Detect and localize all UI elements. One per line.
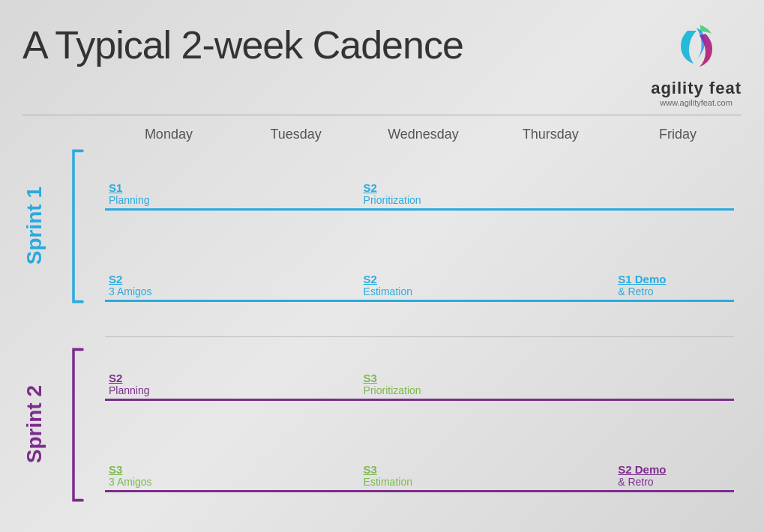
- day-tuesday: Tuesday: [232, 127, 360, 142]
- calendar: Monday Tuesday Wednesday Thursday Friday…: [97, 127, 742, 524]
- sprint2-bar2: [105, 490, 734, 492]
- sprint-labels-col: Sprint 1 Sprint 2: [22, 127, 90, 524]
- event-s2-demo: S2 Demo & Retro: [614, 463, 742, 488]
- event-s1-demo: S1 Demo & Retro: [614, 273, 742, 297]
- logo-url: www.agilityfeat.com: [660, 98, 733, 107]
- day-monday: Monday: [105, 127, 232, 142]
- day-friday: Friday: [614, 127, 742, 142]
- s1-planning-desc: Planning: [109, 194, 229, 206]
- event-s3-estimation: S3 Estimation: [360, 463, 487, 488]
- s1-demo-sprint: S1 Demo: [618, 273, 738, 285]
- s3-amigos-desc: 3 Amigos: [109, 476, 229, 488]
- logo-name: agility feat: [651, 79, 742, 98]
- s2-estimation-sprint: S2: [364, 273, 484, 285]
- s1-planning-sprint: S1: [109, 181, 229, 194]
- header: A Typical 2-week Cadence: [22, 15, 742, 107]
- event-s3-amigos: S3 3 Amigos: [105, 463, 232, 488]
- main-content: Sprint 1 Sprint 2 Monday Tuesday: [22, 127, 742, 524]
- event-s3-prioritization: S3 Prioritization: [360, 372, 487, 396]
- day-wednesday: Wednesday: [360, 127, 487, 142]
- sprint1-row2-labels: S2 3 Amigos S2 Estimation S1 Demo: [97, 273, 742, 297]
- s2-planning-desc: Planning: [109, 384, 229, 396]
- sprint1-bracket: [67, 147, 86, 306]
- event-s2-estimation: S2 Estimation: [360, 273, 487, 297]
- sprint2-block: Sprint 2: [22, 325, 90, 524]
- sprint1-row1-labels: S1 Planning S2 Prioritization: [97, 181, 742, 206]
- sprint2-row1-labels: S2 Planning S3 Prioritization: [97, 372, 742, 396]
- sprint2-row2-labels: S3 3 Amigos S3 Estimation S2 Demo: [97, 463, 742, 488]
- sprint1-label: Sprint 1: [22, 187, 50, 265]
- day-thursday: Thursday: [487, 127, 614, 142]
- sprint1-block: Sprint 1: [22, 127, 90, 325]
- s2-estimation-desc: Estimation: [364, 285, 484, 297]
- event-s1-planning: S1 Planning: [105, 181, 232, 206]
- s3-amigos-sprint: S3: [109, 463, 229, 476]
- s1-demo-desc: & Retro: [618, 285, 738, 297]
- sprint2-bracket: [67, 345, 86, 504]
- s2-planning-sprint: S2: [109, 372, 229, 384]
- logo-area: agility feat www.agilityfeat.com: [651, 19, 742, 107]
- sprint1-row1: S1 Planning S2 Prioritization: [97, 150, 742, 242]
- days-header: Monday Tuesday Wednesday Thursday Friday: [97, 127, 742, 142]
- sprint1-section: S1 Planning S2 Prioritization: [97, 150, 742, 333]
- s3-prioritization-sprint: S3: [364, 372, 484, 384]
- title-area: A Typical 2-week Cadence: [22, 15, 463, 67]
- sprint1-bar1: [105, 208, 734, 211]
- event-s2-prioritization: S2 Prioritization: [360, 181, 487, 206]
- sprint-rows: S1 Planning S2 Prioritization: [97, 150, 742, 524]
- s2-amigos-sprint: S2: [109, 273, 229, 285]
- event-s2-planning: S2 Planning: [105, 372, 232, 396]
- sprint2-bar1: [105, 399, 734, 401]
- s3-estimation-desc: Estimation: [364, 476, 484, 488]
- s3-estimation-sprint: S3: [364, 463, 484, 476]
- s2-prioritization-desc: Prioritization: [364, 194, 484, 206]
- sprint2-label: Sprint 2: [22, 385, 50, 463]
- sprint2-row2: S3 3 Amigos S3 Estimation S2 Demo: [97, 432, 742, 525]
- sprint1-bar2: [105, 300, 734, 302]
- s2-demo-sprint: S2 Demo: [618, 463, 738, 476]
- header-divider: [22, 115, 742, 115]
- s2-demo-desc: & Retro: [618, 476, 738, 488]
- sprint1-row2: S2 3 Amigos S2 Estimation S1 Demo: [97, 242, 742, 334]
- sprint2-row1: S2 Planning S3 Prioritization: [97, 340, 742, 432]
- logo-icon: [667, 19, 727, 79]
- sprint2-section: S2 Planning S3 Prioritization: [97, 340, 742, 524]
- s2-prioritization-sprint: S2: [364, 181, 484, 194]
- page: A Typical 2-week Cadence: [0, 0, 764, 532]
- event-s2-amigos: S2 3 Amigos: [105, 273, 232, 297]
- s2-amigos-desc: 3 Amigos: [109, 285, 229, 297]
- page-title: A Typical 2-week Cadence: [22, 22, 463, 67]
- sprint-section-divider: [105, 336, 734, 337]
- s3-prioritization-desc: Prioritization: [364, 384, 484, 396]
